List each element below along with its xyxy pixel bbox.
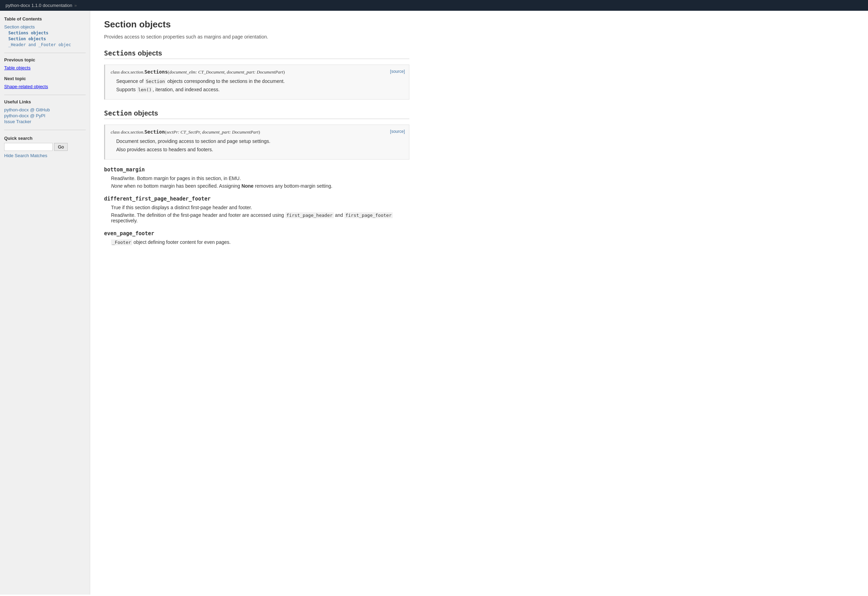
- next-topic-heading: Next topic: [4, 76, 86, 81]
- prev-topic-section: Previous topic Table objects: [4, 57, 86, 71]
- attr-different-first-page-desc2: Read/write. The definition of the first-…: [111, 212, 409, 223]
- section-classname: Section: [144, 129, 165, 134]
- hide-search-button[interactable]: Hide Search Matches: [4, 153, 47, 158]
- sections-desc1: Sequence of Section objects correspondin…: [116, 78, 403, 84]
- sections-objects-heading: Sections objects: [104, 49, 409, 59]
- quick-search-section: Quick search Go Hide Search Matches: [4, 136, 86, 158]
- toc-item-sections-objects[interactable]: Sections objects: [4, 30, 86, 35]
- section-class-desc: Document section, providing access to se…: [111, 139, 403, 152]
- attr-even-page-footer: even_page_footer _Footer object defining…: [104, 230, 409, 245]
- section-mono: Section: [104, 109, 132, 117]
- github-link[interactable]: python-docx @ GitHub: [4, 107, 50, 112]
- brand-label: python-docx 1.1.0 documentation: [6, 3, 72, 8]
- pypi-link[interactable]: python-docx @ PyPI: [4, 113, 46, 118]
- search-input[interactable]: [4, 143, 53, 151]
- section-class-block: class docx.section.Section(sectPr: CT_Se…: [104, 125, 409, 159]
- page-title: Section objects: [104, 19, 409, 30]
- next-topic-section: Next topic Shape-related objects: [4, 76, 86, 89]
- topbar: python-docx 1.1.0 documentation »: [0, 0, 868, 11]
- sections-desc2: Supports len(), iteration, and indexed a…: [116, 87, 403, 92]
- useful-links-heading: Useful Links: [4, 99, 86, 105]
- useful-links-list: python-docx @ GitHub python-docx @ PyPI …: [4, 107, 86, 124]
- sections-args: document_elm: CT_Document, document_part…: [169, 69, 283, 75]
- sections-rest: objects: [136, 49, 162, 57]
- section-rest: objects: [132, 109, 158, 117]
- section-desc1: Document section, providing access to se…: [116, 139, 403, 144]
- section-objects-heading: Section objects: [104, 109, 409, 119]
- attr-even-page-footer-desc: _Footer object defining footer content f…: [104, 239, 409, 245]
- toc-link-header-footer[interactable]: _Header and _Footer objec: [8, 42, 71, 47]
- main-content: Section objects Provides access to secti…: [90, 11, 423, 595]
- prev-topic-heading: Previous topic: [4, 57, 86, 62]
- toc-link-section-objects[interactable]: Section objects: [4, 24, 35, 30]
- attr-bottom-margin: bottom_margin Read/write. Bottom margin …: [104, 167, 409, 189]
- toc-item-section-obj[interactable]: Section objects: [4, 36, 86, 41]
- search-form: Go: [4, 143, 86, 151]
- attr-bottom-margin-desc: Read/write. Bottom margin for pages in t…: [104, 176, 409, 189]
- list-item-pypi[interactable]: python-docx @ PyPI: [4, 113, 86, 118]
- toc-item-section-objects[interactable]: Section objects: [4, 24, 86, 30]
- sections-prefix: class docx.section.: [111, 69, 144, 75]
- attr-different-first-page-desc1: True if this section displays a distinct…: [111, 205, 409, 210]
- toc-item-header-footer[interactable]: _Header and _Footer objec: [4, 42, 86, 47]
- sections-class-desc: Sequence of Section objects correspondin…: [111, 78, 403, 92]
- list-item-github[interactable]: python-docx @ GitHub: [4, 107, 86, 112]
- attr-bottom-margin-name: bottom_margin: [104, 167, 409, 173]
- issue-tracker-link[interactable]: Issue Tracker: [4, 119, 31, 124]
- toc-heading: Table of Contents: [4, 16, 86, 22]
- search-go-button[interactable]: Go: [54, 143, 68, 151]
- attr-different-first-page-name: different_first_page_header_footer: [104, 196, 409, 202]
- sidebar: Table of Contents Section objects Sectio…: [0, 11, 90, 595]
- page-subtitle: Provides access to section properties su…: [104, 34, 409, 40]
- breadcrumb-sep: »: [74, 3, 77, 8]
- attr-even-page-footer-desc1: _Footer object defining footer content f…: [111, 239, 409, 245]
- section-args: sectPr: CT_SectPr, document_part: Docume…: [166, 130, 258, 134]
- attr-bottom-margin-desc1: Read/write. Bottom margin for pages in t…: [111, 176, 409, 181]
- toc-section: Table of Contents Section objects Sectio…: [4, 16, 86, 47]
- sections-source-link[interactable]: [source]: [390, 69, 405, 74]
- toc-list: Section objects Sections objects Section…: [4, 24, 86, 47]
- section-desc2: Also provides access to headers and foot…: [116, 147, 403, 152]
- search-heading: Quick search: [4, 136, 86, 141]
- sections-mono: Sections: [104, 49, 136, 57]
- sections-class-block: class docx.section.Sections(document_elm…: [104, 65, 409, 100]
- prev-topic-link[interactable]: Table objects: [4, 65, 31, 71]
- attr-even-page-footer-name: even_page_footer: [104, 230, 409, 237]
- divider-3: [4, 130, 86, 130]
- section-prefix: class docx.section.: [111, 130, 144, 134]
- attr-bottom-margin-desc2: None when no bottom margin has been spec…: [111, 183, 409, 189]
- list-item-issue-tracker[interactable]: Issue Tracker: [4, 119, 86, 124]
- layout: Table of Contents Section objects Sectio…: [0, 11, 868, 595]
- next-topic-link[interactable]: Shape-related objects: [4, 84, 48, 89]
- toc-link-sections-objects[interactable]: Sections objects: [8, 31, 49, 35]
- sections-classname: Sections: [144, 69, 168, 75]
- section-class-signature: class docx.section.Section(sectPr: CT_Se…: [111, 129, 403, 135]
- attr-different-first-page-desc: True if this section displays a distinct…: [104, 205, 409, 223]
- attr-different-first-page: different_first_page_header_footer True …: [104, 196, 409, 223]
- divider-1: [4, 53, 86, 53]
- toc-link-section-obj[interactable]: Section objects: [8, 37, 46, 41]
- sections-class-signature: class docx.section.Sections(document_elm…: [111, 69, 403, 75]
- section-source-link[interactable]: [source]: [390, 129, 405, 134]
- divider-2: [4, 95, 86, 95]
- useful-links-section: Useful Links python-docx @ GitHub python…: [4, 99, 86, 124]
